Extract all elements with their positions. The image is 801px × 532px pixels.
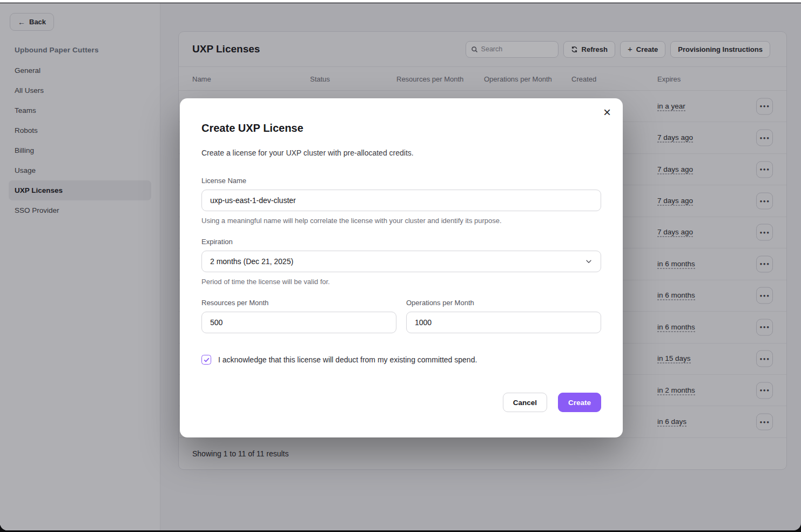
- license-name-label: License Name: [201, 177, 601, 185]
- acknowledge-checkbox[interactable]: [201, 355, 211, 365]
- resources-label: Resources per Month: [201, 299, 396, 307]
- license-name-help: Using a meaningful name will help correl…: [201, 217, 601, 225]
- operations-input[interactable]: [406, 312, 601, 333]
- acknowledge-label: I acknowledge that this license will ded…: [218, 355, 477, 364]
- chevron-down-icon: [585, 258, 593, 265]
- expiration-label: Expiration: [201, 238, 601, 246]
- modal-actions: Cancel Create: [201, 393, 601, 412]
- cancel-button[interactable]: Cancel: [503, 393, 547, 412]
- create-uxp-license-modal: × Create UXP License Create a license fo…: [180, 98, 623, 437]
- expiration-help: Period of time the license will be valid…: [201, 278, 601, 286]
- resources-input[interactable]: [201, 312, 396, 333]
- limits-row: Resources per Month Operations per Month: [201, 299, 601, 333]
- expiration-select[interactable]: 2 months (Dec 21, 2025): [201, 251, 601, 272]
- screen: ← Back Upbound Paper Cutters General All…: [0, 0, 801, 532]
- acknowledge-row: I acknowledge that this license will ded…: [201, 355, 601, 365]
- modal-description: Create a license for your UXP cluster wi…: [201, 149, 601, 157]
- window-top-strip: [0, 0, 801, 3]
- resources-field: Resources per Month: [201, 299, 396, 333]
- expiration-value: 2 months (Dec 21, 2025): [210, 257, 293, 266]
- close-icon[interactable]: ×: [603, 106, 611, 119]
- modal-create-button[interactable]: Create: [558, 393, 601, 412]
- operations-field: Operations per Month: [406, 299, 601, 333]
- modal-title: Create UXP License: [201, 122, 601, 134]
- operations-label: Operations per Month: [406, 299, 601, 307]
- check-icon: [204, 357, 210, 363]
- license-name-input[interactable]: [201, 190, 601, 211]
